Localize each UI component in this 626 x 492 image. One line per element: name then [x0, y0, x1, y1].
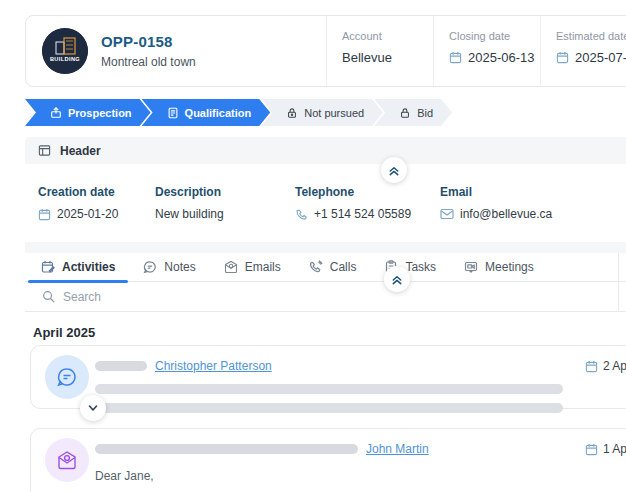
tab-bar: Activities Notes Emails Calls Tasks Meet…: [25, 253, 626, 282]
tab-label: Activities: [62, 260, 115, 274]
telephone-value[interactable]: +1 514 524 05589: [295, 207, 440, 221]
header-section-fields: Creation date 2025-01-20 Description New…: [25, 164, 626, 237]
phone-waves-icon: [309, 260, 323, 274]
email-avatar: [45, 438, 89, 482]
note-content: Christopher Patterson 2 Apr: [95, 355, 626, 393]
chevron-down-icon: [86, 401, 100, 415]
account-value: Bellevue: [342, 50, 433, 65]
contact-link[interactable]: Christopher Patterson: [155, 359, 272, 373]
opportunity-name: Montreal old town: [101, 55, 196, 69]
company-logo: BUILDING: [42, 28, 88, 74]
note-date-text: 2 Apr: [603, 359, 626, 373]
search-bar: [25, 282, 626, 312]
tab-notes[interactable]: Notes: [129, 253, 209, 281]
calendar-pencil-icon: [41, 260, 55, 274]
creation-date-field: Creation date 2025-01-20: [38, 185, 155, 221]
double-chevron-up-icon: [390, 273, 404, 286]
tab-emails[interactable]: Emails: [210, 253, 295, 281]
search-input[interactable]: [63, 290, 323, 304]
note-bubble-icon: [143, 260, 157, 274]
email-header-row: John Martin 1 Apr: [95, 440, 626, 458]
tab-label: Notes: [164, 260, 195, 274]
redacted-line: [95, 403, 563, 413]
email-seal-icon: [224, 260, 238, 274]
activity-tabs-area: Activities Notes Emails Calls Tasks Meet…: [25, 253, 626, 312]
note-date: 2 Apr: [585, 359, 626, 373]
envelope-icon: [440, 208, 454, 220]
note-header-row: Christopher Patterson 2 Apr: [95, 357, 626, 375]
email-date: 1 Apr: [585, 442, 626, 456]
prospection-icon: [50, 107, 62, 119]
collapse-header-button[interactable]: [381, 157, 407, 183]
estimated-date-text: 2025-07-13: [575, 50, 626, 65]
header-section: Header Creation date 2025-01-20 Descript…: [25, 137, 626, 237]
logo-text: BUILDING: [50, 56, 80, 62]
estimated-date-value: 2025-07-13: [556, 50, 626, 65]
tab-meetings[interactable]: Meetings: [450, 253, 548, 281]
calendar-icon: [556, 51, 569, 64]
opportunity-page: BUILDING OPP-0158 Montreal old town Acco…: [0, 0, 626, 492]
closing-date-text: 2025-06-13: [468, 50, 535, 65]
redacted-line: [95, 384, 563, 394]
layout-icon: [38, 144, 51, 157]
stage-label: Prospection: [68, 107, 132, 119]
closing-date-value: 2025-06-13: [449, 50, 540, 65]
stage-not-pursued[interactable]: Not pursued: [261, 99, 383, 126]
tab-label: Emails: [245, 260, 281, 274]
collapse-activities-button[interactable]: [384, 266, 410, 292]
calendar-icon: [449, 51, 462, 64]
open-envelope-icon: [56, 449, 78, 471]
description-field: Description New building: [155, 185, 295, 221]
telephone-field: Telephone +1 514 524 05589: [295, 185, 440, 221]
phone-icon: [295, 208, 308, 221]
stage-label: Bid: [417, 107, 433, 119]
activity-item-email[interactable]: John Martin 1 Apr Dear Jane,: [30, 428, 626, 492]
creation-date-text: 2025-01-20: [57, 207, 118, 221]
contact-link[interactable]: John Martin: [366, 442, 429, 456]
closing-date-column: Closing date 2025-06-13: [433, 16, 540, 86]
building-logo-icon: BUILDING: [42, 28, 88, 74]
email-date-text: 1 Apr: [603, 442, 626, 456]
telephone-label: Telephone: [295, 185, 440, 199]
tab-label: Tasks: [405, 260, 436, 274]
creation-date-value: 2025-01-20: [38, 207, 155, 221]
closing-date-label: Closing date: [449, 30, 540, 42]
activity-item-note[interactable]: Christopher Patterson 2 Apr: [30, 345, 626, 409]
qualification-icon: [167, 107, 179, 119]
creation-date-label: Creation date: [38, 185, 155, 199]
calendar-icon: [38, 208, 51, 221]
header-section-titlebar: Header: [25, 137, 626, 164]
search-icon: [42, 290, 55, 303]
tab-label: Calls: [330, 260, 357, 274]
email-label: Email: [440, 185, 626, 199]
timeline-month-title: April 2025: [33, 325, 95, 340]
stage-label: Not pursued: [304, 107, 364, 119]
tab-activities[interactable]: Activities: [27, 253, 129, 281]
meeting-icon: [464, 260, 478, 274]
tab-tasks[interactable]: Tasks: [370, 253, 450, 281]
email-content: John Martin 1 Apr Dear Jane,: [95, 438, 626, 492]
description-value: New building: [155, 207, 295, 221]
email-value[interactable]: info@bellevue.ca: [440, 207, 626, 221]
stage-qualification[interactable]: Qualification: [142, 99, 271, 126]
opportunity-titles: OPP-0158 Montreal old town: [101, 33, 196, 69]
stage-prospection[interactable]: Prospection: [25, 99, 151, 126]
tab-calls[interactable]: Calls: [295, 253, 371, 281]
lock-icon: [286, 107, 298, 119]
estimated-date-column: Estimated date 2025-07-13: [540, 16, 626, 86]
calendar-icon: [585, 443, 598, 456]
stage-bid[interactable]: Bid: [374, 99, 452, 126]
redacted-text: [95, 444, 358, 454]
section-divider: [25, 242, 626, 253]
estimated-date-label: Estimated date: [556, 30, 626, 42]
account-label: Account: [342, 30, 433, 42]
description-label: Description: [155, 185, 295, 199]
lock-icon: [399, 107, 411, 119]
chat-bubble-icon: [56, 366, 78, 388]
opportunity-header-card: BUILDING OPP-0158 Montreal old town Acco…: [25, 15, 626, 87]
header-section-title: Header: [60, 144, 101, 158]
email-text: info@bellevue.ca: [460, 207, 552, 221]
note-avatar: [45, 355, 89, 399]
expand-note-button[interactable]: [80, 395, 106, 421]
account-column: Account Bellevue: [326, 16, 433, 86]
